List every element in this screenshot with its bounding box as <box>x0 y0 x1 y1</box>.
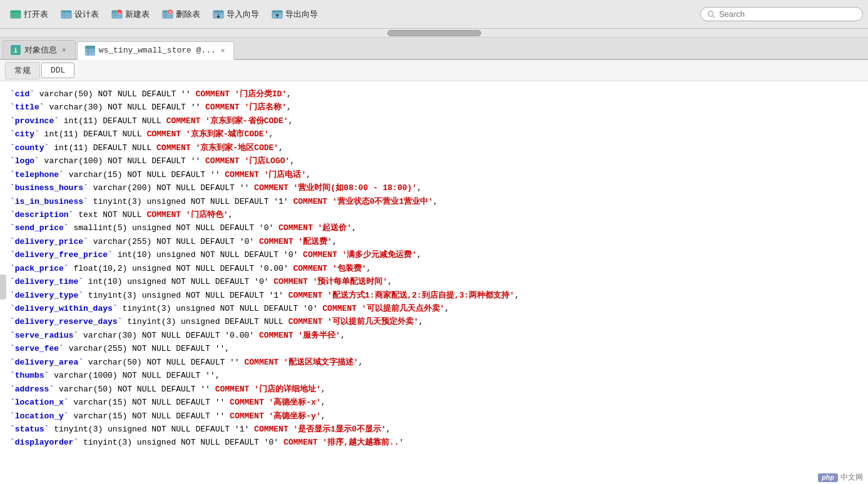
table-row: `location_x` varchar(15) NOT NULL DEFAUL… <box>10 396 858 409</box>
design-table-icon <box>61 9 72 20</box>
table-row: `thumbs` varchar(1000) NOT NULL DEFAULT … <box>10 369 858 382</box>
import-wizard-label: 导入向导 <box>227 9 259 20</box>
table-row: `delivery_type` tinyint(3) unsigned NOT … <box>10 289 858 302</box>
table-row: `delivery_reserve_days` tinyint(3) unsig… <box>10 315 858 328</box>
table-row: `city` int(11) DEFAULT NULL COMMENT '京东到… <box>10 128 858 141</box>
svg-text:+: + <box>118 10 121 14</box>
table-row: `telephone` varchar(15) NOT NULL DEFAULT… <box>10 168 858 181</box>
new-table-button[interactable]: + 新建表 <box>106 6 155 23</box>
import-wizard-icon <box>213 9 224 20</box>
table-row: `province` int(11) DEFAULT NULL COMMENT … <box>10 114 858 128</box>
table-row: `send_price` smallint(5) unsigned NOT NU… <box>10 221 858 234</box>
svg-text:i: i <box>14 48 18 54</box>
new-table-icon: + <box>111 9 123 20</box>
resize-handle[interactable] <box>0 275 6 300</box>
open-table-label: 打开表 <box>24 9 48 20</box>
export-wizard-label: 导出向导 <box>285 9 318 20</box>
table-row: `delivery_area` varchar(50) NOT NULL DEF… <box>10 356 858 369</box>
delete-table-button[interactable]: ✕ 删除表 <box>157 6 205 23</box>
table-row: `serve_fee` varchar(255) NOT NULL DEFAUL… <box>10 342 858 355</box>
table-row: `is_in_business` tinyint(3) unsigned NOT… <box>10 195 858 208</box>
search-box <box>700 7 863 21</box>
design-table-label: 设计表 <box>74 9 99 20</box>
php-badge: php <box>818 473 838 482</box>
open-table-button[interactable]: 打开表 <box>5 6 53 23</box>
tab-table-ddl-label: ws_tiny_wmall_store @... <box>99 46 216 55</box>
svg-text:✕: ✕ <box>168 9 172 14</box>
table-row: `delivery_time` int(10) unsigned NOT NUL… <box>10 275 858 288</box>
scroll-divider <box>0 29 868 38</box>
table-row: `delivery_free_price` int(10) unsigned N… <box>10 248 858 261</box>
tab-object-info[interactable]: i 对象信息 ✕ <box>3 40 76 59</box>
sub-tab-general[interactable]: 常规 <box>5 62 40 79</box>
tab-table-ddl[interactable]: ws_tiny_wmall_store @... ✕ <box>77 41 235 60</box>
table-row: `address` varchar(50) NOT NULL DEFAULT '… <box>10 383 858 396</box>
svg-line-35 <box>713 16 715 18</box>
svg-rect-39 <box>85 46 95 49</box>
tabs-bar: i 对象信息 ✕ ws_tiny_wmall_store @... ✕ <box>0 38 868 60</box>
search-icon <box>707 10 715 19</box>
table-row: `displayorder` tinyint(3) unsigned NOT N… <box>10 436 858 449</box>
new-table-label: 新建表 <box>125 9 150 20</box>
svg-rect-30 <box>272 11 282 13</box>
table-row: `delivery_price` varchar(255) NOT NULL D… <box>10 235 858 248</box>
table-row: `status` tinyint(3) unsigned NOT NULL DE… <box>10 423 858 436</box>
sub-tab-ddl-label: DDL <box>51 66 65 75</box>
tab-object-info-label: 对象信息 <box>24 44 57 56</box>
design-table-button[interactable]: 设计表 <box>56 6 104 23</box>
delete-table-icon: ✕ <box>162 9 173 20</box>
sub-tab-general-label: 常规 <box>14 66 31 76</box>
table-row: `cid` varchar(50) NOT NULL DEFAULT '' CO… <box>10 88 858 101</box>
export-wizard-icon <box>272 9 283 20</box>
object-info-icon: i <box>11 45 21 55</box>
open-table-icon <box>10 9 21 20</box>
table-row: `pack_price` float(10,2) unsigned NOT NU… <box>10 262 858 275</box>
bottom-bar: php 中文网 <box>813 471 868 484</box>
table-row: `location_y` varchar(15) NOT NULL DEFAUL… <box>10 410 858 423</box>
php-text: 中文网 <box>840 472 863 483</box>
table-ddl-icon <box>85 46 95 56</box>
svg-rect-1 <box>11 11 21 13</box>
tab-object-info-close[interactable]: ✕ <box>61 46 68 54</box>
ddl-lines: `cid` varchar(50) NOT NULL DEFAULT '' CO… <box>10 88 858 450</box>
scroll-thumb[interactable] <box>387 30 481 36</box>
table-row: `delivery_within_days` tinyint(3) unsign… <box>10 302 858 315</box>
toolbar: 打开表 设计表 + 新建表 ✕ <box>0 0 868 29</box>
sub-tab-ddl[interactable]: DDL <box>41 63 74 78</box>
php-logo: php 中文网 <box>818 472 863 483</box>
table-row: `description` text NOT NULL COMMENT '门店特… <box>10 208 858 221</box>
import-wizard-button[interactable]: 导入向导 <box>208 6 264 23</box>
sub-tabs: 常规 DDL <box>0 60 868 81</box>
tab-table-ddl-close[interactable]: ✕ <box>220 46 227 54</box>
svg-point-34 <box>708 11 713 16</box>
table-row: `title` varchar(30) NOT NULL DEFAULT '' … <box>10 101 858 114</box>
delete-table-label: 删除表 <box>176 9 200 20</box>
table-row: `county` int(11) DEFAULT NULL COMMENT '京… <box>10 141 858 154</box>
table-row: `serve_radius` varchar(30) NOT NULL DEFA… <box>10 329 858 342</box>
table-row: `business_hours` varchar(200) NOT NULL D… <box>10 181 858 194</box>
table-row: `logo` varchar(100) NOT NULL DEFAULT '' … <box>10 154 858 168</box>
svg-rect-6 <box>61 11 71 13</box>
svg-rect-25 <box>213 11 223 13</box>
export-wizard-button[interactable]: 导出向导 <box>267 6 323 23</box>
search-input[interactable] <box>719 9 856 19</box>
ddl-content[interactable]: `cid` varchar(50) NOT NULL DEFAULT '' CO… <box>0 81 868 484</box>
